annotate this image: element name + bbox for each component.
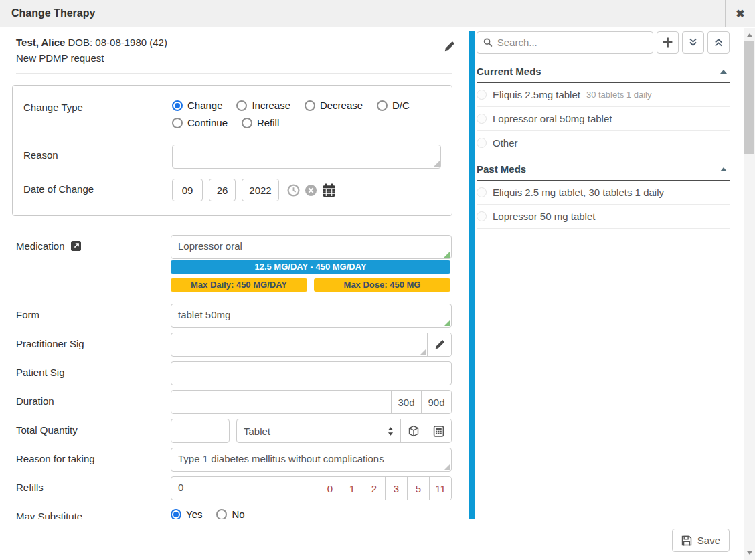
expand-all-button[interactable] [682,31,704,54]
med-detail: 30 tablets 1 daily [586,90,652,100]
calculate-quantity-button[interactable] [426,419,451,442]
radio-change[interactable]: Change [172,100,223,111]
medication-textarea[interactable]: Lopressor oral [171,235,452,259]
radio-label: Decrease [320,100,363,111]
refills-input[interactable]: 0 [171,477,319,500]
pdmp-request-note: New PDMP request [16,51,452,65]
scrollbar-thumb[interactable] [744,41,754,154]
duration-30d-button[interactable]: 30d [391,391,421,413]
date-day-input[interactable]: 26 [209,179,236,201]
radio-label: Change [187,100,223,111]
change-type-options: Change Increase Decrease D/C Continue Re… [172,97,441,134]
reason-textarea[interactable] [172,145,441,169]
past-med-item-lopressor[interactable]: Lopressor 50 mg tablet [477,205,730,229]
plus-icon [662,37,673,48]
med-search-box[interactable] [477,31,653,54]
cube-icon [408,425,420,437]
medication-label: Medication [16,235,171,259]
refills-preset-11[interactable]: 11 [429,477,451,500]
med-radio [477,138,487,148]
modal-header: Change Therapy ✖ [0,0,755,27]
patient-name: Test, Alice [16,37,65,48]
radio-continue[interactable]: Continue [172,117,228,128]
save-button[interactable]: Save [672,529,730,552]
patient-sig-input[interactable] [171,361,452,385]
current-med-item-lopressor[interactable]: Lopressor oral 50mg tablet [477,107,730,131]
med-name: Eliquis 2.5 mg tablet, 30 tablets 1 dail… [493,187,664,198]
add-med-button[interactable] [657,31,679,54]
refills-preset-2[interactable]: 2 [363,477,385,500]
med-radio [477,211,487,221]
med-name: Eliquis 2.5mg tablet [493,89,580,100]
med-radio [477,114,487,124]
vertical-scrollbar[interactable] [744,28,755,560]
current-med-item-other[interactable]: Other [477,131,730,155]
package-button[interactable] [400,419,426,442]
modal-footer: Save [0,519,744,560]
clear-date-button[interactable] [305,184,317,197]
medication-lookup-button[interactable] [71,241,81,251]
change-therapy-form: Test, Alice DOB: 08-08-1980 (42) New PDM… [0,28,462,560]
med-search-input[interactable] [497,37,647,48]
change-type-label: Change Type [23,97,172,134]
radio-refill[interactable]: Refill [242,117,279,128]
radio-dot [242,118,252,128]
radio-dc[interactable]: D/C [377,100,410,111]
sort-arrows-icon [388,427,394,436]
close-icon: ✖ [736,7,744,20]
radio-label: D/C [392,100,410,111]
quantity-unit-value: Tablet [244,426,270,437]
patient-sig-label: Patient Sig [16,361,171,385]
scroll-down-button[interactable] [744,547,755,559]
patient-line: Test, Alice DOB: 08-08-1980 (42) [16,35,452,50]
form-textarea[interactable]: tablet 50mg [171,304,452,328]
collapse-caret-icon [720,167,727,171]
edit-patient-button[interactable] [444,41,455,52]
section-title: Past Meds [477,163,526,175]
save-icon [681,535,692,546]
total-quantity-label: Total Quantity [16,419,171,443]
radio-dot [305,100,315,111]
refills-preset-3[interactable]: 3 [385,477,407,500]
quantity-unit-select[interactable]: Tablet [237,419,400,442]
meds-sidebar: Current Meds Eliquis 2.5mg tablet 30 tab… [477,31,730,229]
practitioner-sig-textarea[interactable] [171,333,427,356]
form-label: Form [16,304,171,328]
current-meds-header[interactable]: Current Meds [477,61,730,83]
max-daily-badge: Max Daily: 450 MG/DAY [171,278,307,292]
x-circle-icon [305,184,317,197]
refills-preset-1[interactable]: 1 [341,477,363,500]
duration-label: Duration [16,390,171,414]
refills-label: Refills [16,476,171,500]
refills-preset-5[interactable]: 5 [407,477,429,500]
close-button[interactable]: ✖ [725,0,755,27]
reason-for-taking-label: Reason for taking [16,448,171,472]
radio-dot [172,100,183,111]
pencil-icon [444,41,455,52]
change-details-box: Change Type Change Increase Decrease D/C… [12,85,452,216]
duration-90d-button[interactable]: 90d [421,391,451,413]
date-month-input[interactable]: 09 [172,179,203,201]
date-of-change-label: Date of Change [23,179,172,201]
section-title: Current Meds [477,66,541,77]
set-time-button[interactable] [287,184,300,197]
open-calendar-button[interactable] [322,183,336,197]
collapse-all-button[interactable] [707,31,730,54]
radio-increase[interactable]: Increase [236,100,290,111]
current-med-item-eliquis[interactable]: Eliquis 2.5mg tablet 30 tablets 1 daily [477,83,730,107]
quantity-input[interactable] [171,419,230,443]
radio-decrease[interactable]: Decrease [305,100,363,111]
patient-summary: Test, Alice DOB: 08-08-1980 (42) New PDM… [16,35,452,74]
date-year-input[interactable]: 2022 [242,179,279,201]
reason-for-taking-textarea[interactable]: Type 1 diabetes mellitus without complic… [171,448,452,472]
search-icon [483,37,493,48]
med-name: Other [493,137,518,149]
patient-dob: DOB: 08-08-1980 (42) [68,37,167,48]
past-meds-header[interactable]: Past Meds [477,159,730,181]
scroll-up-button[interactable] [744,29,755,41]
duration-input[interactable] [171,391,391,413]
refills-preset-0[interactable]: 0 [319,477,341,500]
past-med-item-eliquis[interactable]: Eliquis 2.5 mg tablet, 30 tablets 1 dail… [477,181,730,205]
edit-sig-button[interactable] [427,333,451,356]
calendar-icon [322,183,336,197]
